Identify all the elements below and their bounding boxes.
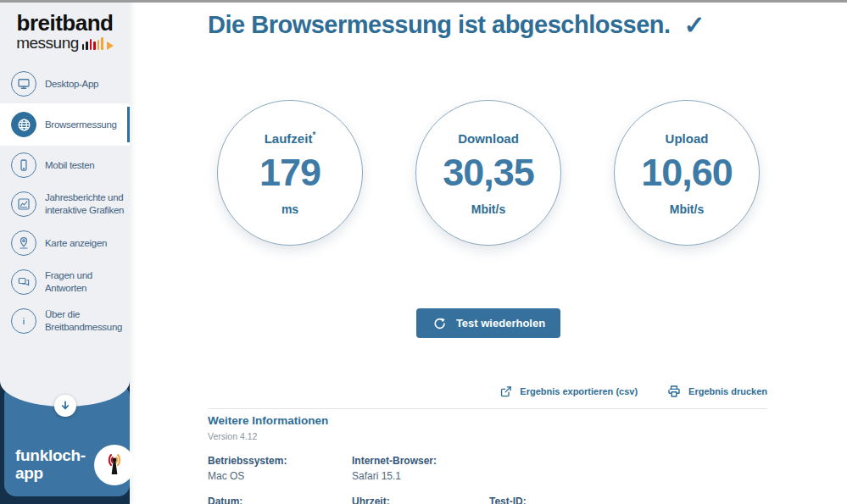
sidebar-item-browsermessung[interactable]: Browsermessung: [0, 103, 130, 146]
window-top-border: [0, 0, 847, 3]
info-icon: [11, 308, 36, 334]
info-divider: [208, 408, 767, 409]
sidebar-item-label: Browsermessung: [45, 119, 126, 131]
sidebar-item-desktop-app[interactable]: Desktop-App: [0, 64, 130, 103]
export-icon: [499, 385, 513, 399]
download-app-button[interactable]: [54, 395, 76, 417]
repeat-button-row: Test wiederholen: [130, 308, 847, 338]
field-betriebssystem: Betriebssystem: Mac OS: [208, 455, 352, 482]
sidebar-item-label: Mobil testen: [45, 159, 126, 172]
chat-icon: [11, 269, 36, 295]
result-circle-download: Download 30,35 Mbit/s: [415, 100, 561, 246]
sidebar-item-label: Desktop-App: [45, 78, 126, 91]
main-content: Die Browsermessung ist abgeschlossen. ✓ …: [130, 3, 847, 504]
sidebar-item-mobil-testen[interactable]: Mobil testen: [0, 146, 130, 185]
result-value: 30,35: [443, 153, 534, 191]
repeat-test-button[interactable]: Test wiederholen: [416, 308, 560, 338]
globe-icon: [11, 112, 36, 137]
chart-icon: [11, 191, 36, 217]
logo-signal-bars-icon: [82, 37, 114, 51]
download-arrow-icon: [59, 400, 71, 412]
result-circle-upload: Upload 10,60 Mbit/s: [614, 100, 760, 246]
print-result-label: Ergebnis drucken: [688, 386, 767, 396]
field-internet-browser: Internet-Browser: Safari 15.1: [352, 455, 813, 482]
field-datum: Datum: 12.12.2021: [208, 496, 352, 504]
funkloch-app-promo: funkloch- app: [0, 381, 130, 504]
funkloch-app-link[interactable]: funkloch- app: [0, 445, 130, 485]
page-title: Die Browsermessung ist abgeschlossen. ✓: [208, 10, 705, 40]
result-circle-laufzeit: Laufzeit* 179 ms: [217, 100, 363, 246]
check-icon: ✓: [684, 10, 705, 40]
sidebar-item-label: Über die Breitbandmessung: [45, 308, 126, 334]
weitere-informationen-section: Weitere Informationen Version 4.12 Betri…: [208, 414, 813, 504]
sidebar-item-label: Jahresberichte und interaktive Grafiken: [45, 191, 126, 217]
result-value: 10,60: [641, 153, 733, 191]
antenna-icon: [94, 445, 135, 485]
sidebar-item-label: Karte anzeigen: [45, 237, 126, 250]
sidebar-item-ueber-breitbandmessung[interactable]: Über die Breitbandmessung: [0, 302, 130, 341]
logo-text-line2: messung: [16, 35, 79, 51]
breitbandmessung-window: breitband messung: [0, 0, 847, 504]
result-unit: Mbit/s: [471, 202, 505, 216]
print-result-link[interactable]: Ergebnis drucken: [666, 384, 767, 399]
repeat-test-label: Test wiederholen: [456, 317, 545, 330]
sidebar-nav: Desktop-App Browsermessung Mobil testen: [0, 64, 130, 341]
field-uhrzeit: Uhrzeit: 22:04:54 Uhr: [352, 496, 489, 504]
logo-text-line1: breitband: [7, 12, 123, 34]
result-label: Upload: [666, 130, 709, 146]
export-csv-label: Ergebnis exportieren (csv): [520, 386, 638, 396]
mobile-icon: [11, 152, 36, 178]
field-test-id: Test-ID: 2b616b2aa69f8215db0bd2cf876fdac…: [489, 496, 813, 504]
sidebar-item-jahresberichte[interactable]: Jahresberichte und interaktive Grafiken: [0, 185, 130, 224]
sidebar-item-label: Fragen und Antworten: [45, 269, 126, 295]
result-unit: ms: [281, 202, 298, 216]
results-row: Laufzeit* 179 ms Download 30,35 Mbit/s U…: [130, 100, 847, 246]
sidebar-item-karte-anzeigen[interactable]: Karte anzeigen: [0, 224, 130, 263]
funkloch-app-label: funkloch- app: [15, 447, 86, 482]
sidebar: breitband messung: [0, 0, 130, 504]
map-pin-icon: [11, 230, 36, 256]
result-label: Download: [458, 130, 519, 146]
info-row-test: Datum: 12.12.2021 Uhrzeit: 22:04:54 Uhr …: [208, 496, 813, 504]
info-row-system: Betriebssystem: Mac OS Internet-Browser:…: [208, 455, 813, 482]
printer-icon: [666, 384, 682, 399]
app-logo: breitband messung: [0, 0, 130, 51]
sidebar-item-fragen-antworten[interactable]: Fragen und Antworten: [0, 263, 130, 302]
export-csv-link[interactable]: Ergebnis exportieren (csv): [499, 385, 638, 399]
refresh-icon: [432, 316, 447, 331]
result-unit: Mbit/s: [670, 202, 704, 216]
info-heading: Weitere Informationen: [208, 414, 813, 427]
result-actions: Ergebnis exportieren (csv) Ergebnis druc…: [499, 384, 767, 399]
result-label: Laufzeit*: [265, 130, 316, 146]
app-version: Version 4.12: [208, 431, 813, 441]
desktop-icon: [11, 71, 36, 97]
result-value: 179: [259, 153, 320, 191]
